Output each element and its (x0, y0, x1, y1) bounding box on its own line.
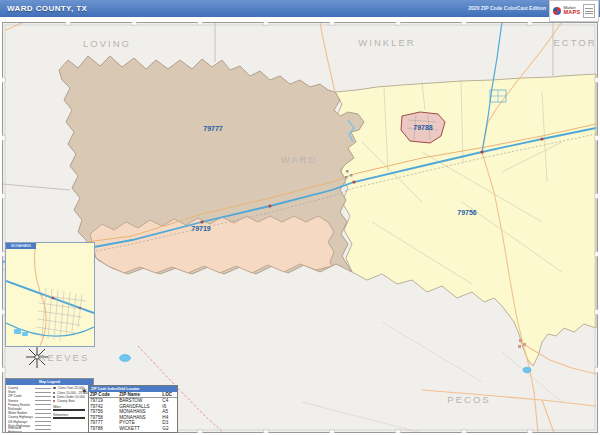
zip-label-79719: 79719 (191, 225, 211, 232)
inset-lakes (14, 329, 28, 336)
county-map: LOVING WINKLER ECTOR WARD REEVES PECOS 7… (2, 22, 598, 433)
county-label-reeves: REEVES (39, 352, 90, 363)
map-legend: Map Legend County State ZIP Code Streets… (5, 378, 94, 433)
zip-index-table: ZIP Code Index/Grid Locator ZIP Code ZIP… (88, 385, 178, 433)
legend-row: Interstate Highways (8, 428, 51, 432)
city-inset-map: MONAHANS (5, 242, 95, 347)
logo-contact-box (583, 4, 595, 18)
inset-title: MONAHANS (6, 243, 36, 249)
county-label-winkler: WINKLER (358, 37, 415, 48)
page-title: WARD COUNTY, TX (7, 4, 87, 13)
county-label-ward: WARD (281, 154, 318, 165)
map-canvas: LOVING WINKLER ECTOR WARD REEVES PECOS 7… (2, 22, 598, 433)
marketmaps-logo: Market MAPS (549, 0, 599, 22)
legend-compass-icon: ✶ (80, 387, 88, 396)
table-row: 79756MONAHANSA5 (89, 409, 177, 415)
county-label-loving: LOVING (83, 38, 131, 49)
county-label-ector: ECTOR (553, 37, 596, 48)
inset-town-dot-2 (79, 307, 81, 309)
zip-region-79719 (90, 216, 334, 273)
inset-canvas (6, 243, 94, 346)
scale-bar-miles: Miles (53, 405, 91, 411)
title-bar: WARD COUNTY, TX 2020 ZIP Code ColorCast … (0, 0, 600, 17)
zip-label-79777: 79777 (203, 125, 223, 132)
scale-bar-km: Kilometers (53, 413, 91, 419)
zip-label-79788: 79788 (413, 124, 433, 131)
logo-brand-bottom: MAPS (563, 10, 580, 16)
edition-label: 2020 ZIP Code ColorCast Edition (468, 5, 546, 11)
legend-row: County Seat (53, 399, 91, 403)
county-label-pecos: PECOS (447, 394, 490, 405)
map-document: WARD COUNTY, TX 2020 ZIP Code ColorCast … (0, 0, 600, 435)
table-row: 79788WICKETTG2 (89, 426, 177, 432)
inset-town-dot (52, 297, 55, 300)
zip-table-header: ZIP Code ZIP Name LOC (89, 392, 177, 398)
table-row: 79719BARSTOWC4 (89, 398, 177, 404)
globe-icon (553, 7, 561, 15)
zip-label-79756: 79756 (457, 209, 477, 216)
